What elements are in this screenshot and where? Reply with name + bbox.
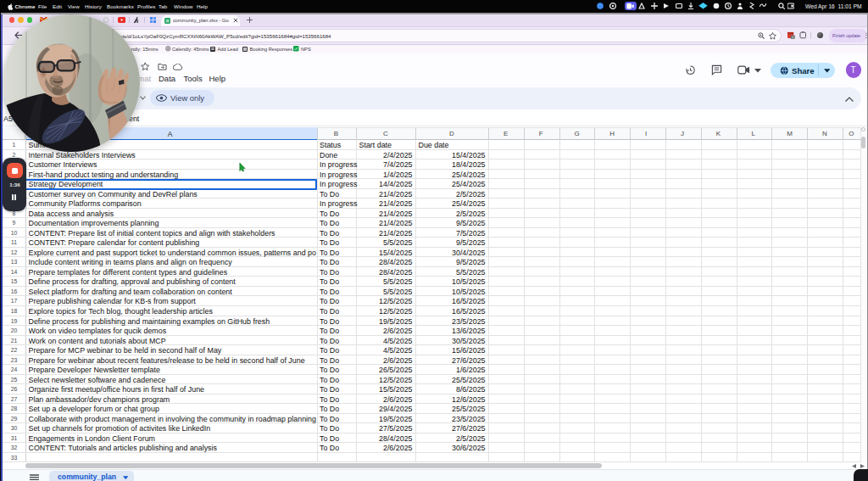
svg-text:10: 10	[791, 36, 794, 39]
